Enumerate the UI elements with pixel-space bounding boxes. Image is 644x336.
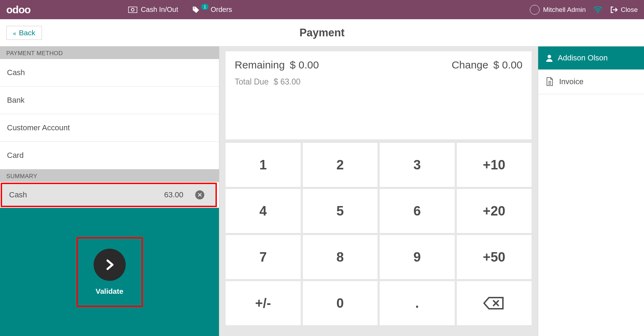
total-due-block: Total Due $ 63.00 (235, 77, 522, 87)
numpad: 1 2 3 +10 4 5 6 +20 7 8 9 +50 +/- 0 . (226, 143, 532, 325)
close-button[interactable]: Close (610, 6, 638, 14)
center-column: Remaining $ 0.00 Change $ 0.00 Total Due… (219, 46, 538, 336)
svg-point-4 (548, 55, 551, 58)
back-label: Back (19, 29, 35, 37)
invoice-label: Invoice (559, 77, 584, 86)
nav-cash-label: Cash In/Out (141, 6, 178, 14)
key-8[interactable]: 8 (303, 235, 378, 279)
summary-line-amount: 63.00 (164, 190, 195, 199)
chevron-left-icon: « (13, 30, 16, 37)
page-header: « Back Payment (0, 19, 644, 46)
key-backspace[interactable] (457, 281, 532, 325)
customer-name: Addison Olson (558, 53, 608, 63)
validate-panel: Validate (0, 208, 219, 336)
user-menu[interactable]: Mitchell Admin (530, 5, 586, 15)
price-tag-icon (192, 6, 200, 14)
key-0[interactable]: 0 (303, 281, 378, 325)
method-card[interactable]: Card (0, 142, 219, 169)
remove-line-button[interactable]: ✕ (195, 190, 204, 199)
nav-cash-in-out[interactable]: Cash In/Out (128, 6, 178, 14)
key-9[interactable]: 9 (380, 235, 455, 279)
back-button[interactable]: « Back (6, 26, 42, 40)
invoice-button[interactable]: Invoice (538, 70, 644, 94)
nav-orders-label: Orders (211, 6, 232, 14)
summary-heading: SUMMARY (0, 169, 219, 182)
svg-point-2 (193, 7, 195, 8)
change-value: $ 0.00 (493, 59, 522, 71)
change-block: Change $ 0.00 (452, 59, 522, 71)
key-plus20[interactable]: +20 (457, 189, 532, 233)
right-column: Addison Olson Invoice (538, 46, 644, 336)
summary-line-cash[interactable]: Cash 63.00 ✕ (1, 183, 217, 207)
summary-line-label: Cash (9, 190, 164, 199)
total-due-value: $ 63.00 (274, 77, 301, 86)
key-2[interactable]: 2 (303, 143, 378, 187)
nav-orders[interactable]: 1 Orders (192, 6, 232, 14)
top-bar: odoo Cash In/Out 1 Orders Mitchell Admin… (0, 0, 644, 19)
main-area: PAYMENT METHOD Cash Bank Customer Accoun… (0, 46, 644, 336)
method-customer-account[interactable]: Customer Account (0, 114, 219, 142)
key-7[interactable]: 7 (226, 235, 301, 279)
close-label: Close (621, 6, 638, 14)
user-name: Mitchell Admin (543, 6, 586, 14)
page-title: Payment (0, 27, 644, 39)
avatar (530, 5, 540, 15)
key-plus50[interactable]: +50 (457, 235, 532, 279)
validate-button[interactable] (94, 249, 126, 281)
validate-highlight: Validate (76, 237, 143, 307)
odoo-logo: odoo (6, 4, 30, 16)
key-4[interactable]: 4 (226, 189, 301, 233)
key-plusminus[interactable]: +/- (226, 281, 301, 325)
payment-method-heading: PAYMENT METHOD (0, 46, 219, 59)
orders-badge: 1 (201, 4, 208, 10)
validate-label: Validate (96, 287, 123, 295)
backspace-icon (483, 296, 505, 310)
key-6[interactable]: 6 (380, 189, 455, 233)
cash-icon (128, 7, 137, 13)
key-1[interactable]: 1 (226, 143, 301, 187)
close-icon: ✕ (197, 191, 202, 199)
remaining-label: Remaining (235, 59, 285, 71)
left-column: PAYMENT METHOD Cash Bank Customer Accoun… (0, 46, 219, 336)
customer-button[interactable]: Addison Olson (538, 46, 644, 70)
chevron-right-icon (103, 258, 116, 271)
wifi-icon (593, 6, 602, 13)
key-dot[interactable]: . (380, 281, 455, 325)
remaining-block: Remaining $ 0.00 (235, 59, 319, 71)
method-bank[interactable]: Bank (0, 87, 219, 114)
key-3[interactable]: 3 (380, 143, 455, 187)
method-cash[interactable]: Cash (0, 59, 219, 87)
user-icon (546, 54, 553, 62)
change-label: Change (452, 59, 488, 71)
file-icon (546, 77, 554, 86)
payment-info-panel: Remaining $ 0.00 Change $ 0.00 Total Due… (226, 51, 532, 139)
svg-point-1 (131, 8, 134, 11)
svg-point-3 (597, 12, 599, 13)
sign-out-icon (610, 6, 618, 13)
total-due-label: Total Due (235, 77, 269, 86)
key-5[interactable]: 5 (303, 189, 378, 233)
svg-rect-0 (129, 7, 137, 13)
remaining-value: $ 0.00 (290, 59, 319, 71)
key-plus10[interactable]: +10 (457, 143, 532, 187)
